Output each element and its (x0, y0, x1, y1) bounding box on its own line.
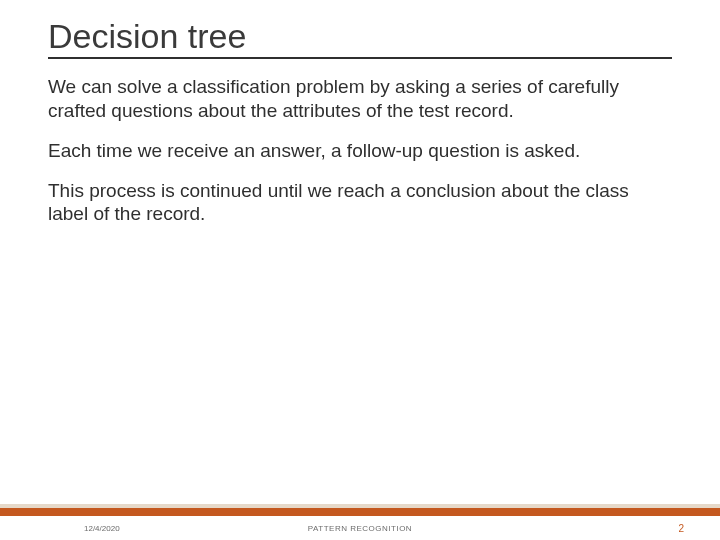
footer: 12/4/2020 PATTERN RECOGNITION 2 (0, 516, 720, 540)
paragraph: We can solve a classification problem by… (48, 75, 672, 123)
footer-page-number: 2 (678, 523, 684, 534)
paragraph: This process is continued until we reach… (48, 179, 672, 227)
slide: Decision tree We can solve a classificat… (0, 0, 720, 540)
accent-bar (0, 508, 720, 516)
body-content: We can solve a classification problem by… (48, 75, 672, 226)
paragraph: Each time we receive an answer, a follow… (48, 139, 672, 163)
footer-date: 12/4/2020 (84, 524, 120, 533)
page-title: Decision tree (48, 18, 672, 59)
